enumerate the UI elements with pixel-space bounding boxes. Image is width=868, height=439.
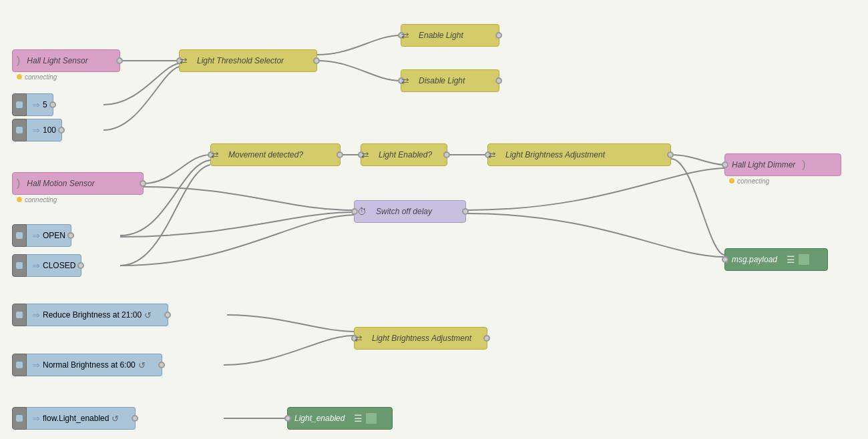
port-out-enable — [495, 32, 502, 39]
shuffle-icon-brightness-top: ⇄ — [488, 149, 496, 160]
hall-light-dimmer-label: Hall Light Dimmer — [725, 160, 802, 169]
hall-light-sensor-label: Hall Light Sensor — [20, 56, 94, 65]
light-enabled-label: Light Enabled? — [372, 150, 439, 159]
switch-off-delay-label: Switch off delay — [369, 207, 439, 216]
inject-5-button[interactable] — [12, 93, 27, 116]
inject-arrow-100: ⇒ — [32, 125, 40, 135]
timer-icon-normal: ↺ — [138, 360, 146, 370]
status-dot-hall-light — [17, 74, 22, 79]
inject-100-button[interactable] — [12, 119, 27, 141]
msg-payload-node[interactable]: msg.payload ☰ — [724, 248, 828, 271]
hall-light-dimmer-node[interactable]: Hall Light Dimmer ) connecting — [724, 153, 841, 176]
inject-100-body: ⇒ 100 — [27, 119, 62, 141]
light-brightness-adj-top-node[interactable]: ⇄ Light Brightness Adjustment — [487, 143, 671, 166]
status-text-motion: connecting — [25, 196, 57, 203]
inject-5-node[interactable]: ⇒ 5 — [12, 93, 53, 116]
msg-payload-label: msg.payload — [725, 255, 784, 264]
inject-btn-inner-reduce — [16, 312, 23, 318]
debug-square-light — [365, 412, 377, 424]
flow-canvas[interactable]: ) Hall Light Sensor connecting ⇒ 5 ⇒ 100… — [0, 0, 868, 439]
port-out-inject-normal — [158, 362, 165, 368]
port-out-disable — [495, 77, 502, 84]
inject-open-button[interactable] — [12, 224, 27, 247]
shuffle-icon-threshold: ⇄ — [180, 55, 188, 66]
inject-btn-inner-5 — [16, 101, 23, 108]
port-out-inject-open — [67, 232, 74, 239]
inject-btn-inner-100 — [16, 127, 23, 133]
light-threshold-node[interactable]: ⇄ Light Threshold Selector — [179, 49, 317, 72]
inject-closed-label: CLOSED — [43, 261, 75, 270]
status-dot-motion — [17, 197, 22, 202]
port-out-inject-flow — [132, 415, 138, 422]
inject-btn-inner-flow — [16, 415, 23, 422]
inject-flow-label: flow.Light_enabled — [43, 414, 109, 423]
inject-arrow-5: ⇒ — [32, 99, 40, 110]
status-text-dimmer: connecting — [737, 177, 769, 185]
shuffle-icon-light-enabled: ⇄ — [361, 149, 369, 160]
inject-reduce-body: ⇒ Reduce Brightness at 21:00 ↺ — [27, 304, 168, 326]
inject-100-node[interactable]: ⇒ 100 — [12, 119, 62, 141]
movement-detected-node[interactable]: ⇄ Movement detected? — [210, 143, 341, 166]
port-in-msg-payload — [722, 256, 728, 263]
switch-off-delay-node[interactable]: ⏱ Switch off delay — [354, 200, 466, 223]
status-text-hall-light: connecting — [25, 73, 57, 81]
port-out-inject-reduce — [164, 312, 171, 318]
light-brightness-adj-top-label: Light Brightness Adjustment — [499, 150, 612, 159]
inject-reduce-button[interactable] — [12, 304, 27, 326]
port-out-switch-off — [462, 208, 469, 215]
disable-light-label: Disable Light — [412, 76, 471, 85]
port-in-light-enabled-debug — [284, 415, 291, 422]
light-brightness-adj-bottom-label: Light Brightness Adjustment — [365, 334, 478, 343]
light-threshold-label: Light Threshold Selector — [190, 56, 290, 65]
status-dot-dimmer — [729, 178, 734, 183]
hall-light-sensor-node[interactable]: ) Hall Light Sensor connecting — [12, 49, 120, 72]
port-out-light-enabled — [443, 151, 450, 158]
inject-100-label: 100 — [43, 125, 56, 135]
light-enabled-debug-node[interactable]: Light_enabled ☰ — [287, 407, 393, 430]
inject-arrow-reduce: ⇒ — [32, 310, 40, 320]
light-enabled-debug-label: Light_enabled — [288, 414, 351, 423]
inject-btn-inner-closed — [16, 262, 23, 269]
port-out-brightness-bottom — [483, 335, 490, 342]
movement-detected-label: Movement detected? — [222, 150, 310, 159]
shuffle-icon-enable: ⇄ — [401, 30, 409, 41]
light-brightness-adj-bottom-node[interactable]: ⇄ Light Brightness Adjustment — [354, 327, 487, 350]
disable-light-node[interactable]: ⇄ Disable Light — [401, 69, 499, 92]
inject-5-body: ⇒ 5 — [27, 93, 53, 116]
hall-motion-sensor-node[interactable]: ) Hall Motion Sensor connecting — [12, 172, 144, 195]
inject-arrow-flow: ⇒ — [32, 413, 40, 424]
inject-flow-body: ⇒ flow.Light_enabled ↺ — [27, 407, 136, 430]
inject-open-label: OPEN — [43, 231, 65, 240]
menu-icon-payload: ☰ — [787, 254, 795, 265]
inject-normal-button[interactable] — [12, 354, 27, 376]
inject-open-node[interactable]: ⇒ OPEN — [12, 224, 71, 247]
inject-normal-body: ⇒ Normal Brightness at 6:00 ↺ — [27, 354, 162, 376]
port-out-movement — [337, 151, 343, 158]
shuffle-icon-brightness-bottom: ⇄ — [355, 333, 363, 344]
port-out-motion — [140, 180, 146, 187]
port-out-hall-light — [116, 57, 123, 64]
inject-flow-node[interactable]: ⇒ flow.Light_enabled ↺ — [12, 407, 136, 430]
port-in-switch-off — [351, 208, 358, 215]
inject-closed-node[interactable]: ⇒ CLOSED — [12, 254, 81, 277]
inject-arrow-closed: ⇒ — [32, 260, 40, 271]
inject-arrow-open: ⇒ — [32, 230, 40, 241]
hall-motion-sensor-label: Hall Motion Sensor — [20, 179, 101, 188]
inject-normal-label: Normal Brightness at 6:00 — [43, 360, 136, 370]
port-in-dimmer — [722, 161, 728, 168]
enable-light-node[interactable]: ⇄ Enable Light — [401, 24, 499, 47]
inject-reduce-label: Reduce Brightness at 21:00 — [43, 310, 142, 320]
light-enabled-node[interactable]: ⇄ Light Enabled? — [361, 143, 447, 166]
shuffle-icon-disable: ⇄ — [401, 75, 409, 86]
port-out-threshold — [313, 57, 320, 64]
timer-icon-switch: ⏱ — [357, 206, 367, 217]
inject-reduce-node[interactable]: ⇒ Reduce Brightness at 21:00 ↺ — [12, 304, 168, 326]
shuffle-icon-movement: ⇄ — [211, 149, 219, 160]
inject-5-label: 5 — [43, 100, 47, 109]
inject-normal-node[interactable]: ⇒ Normal Brightness at 6:00 ↺ — [12, 354, 162, 376]
inject-flow-button[interactable] — [12, 407, 27, 430]
inject-closed-button[interactable] — [12, 254, 27, 277]
menu-icon-light-enabled: ☰ — [354, 413, 363, 424]
port-out-brightness-top — [667, 151, 674, 158]
port-out-inject-100 — [58, 127, 65, 133]
